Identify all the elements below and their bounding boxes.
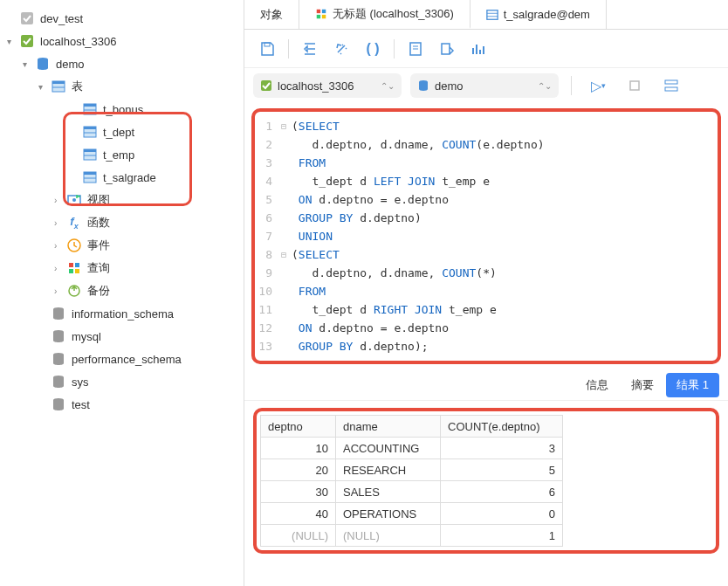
result-tab-summary[interactable]: 摘要 (621, 373, 664, 397)
tree-item-label: t_bonus (103, 103, 143, 116)
svg-rect-31 (317, 9, 320, 12)
table-row[interactable]: 20RESEARCH5 (261, 459, 563, 481)
code-text: UNION (290, 227, 333, 245)
explain-button[interactable] (402, 35, 429, 63)
code-line[interactable]: 2 d.deptno, d.dname, COUNT(e.deptno) (255, 135, 714, 154)
format-button[interactable] (296, 35, 324, 63)
tree-item-t-dept[interactable]: t_dept (0, 121, 244, 143)
sql-editor-wrap: 1⊟(SELECT2 d.deptno, d.dname, COUNT(e.de… (244, 103, 728, 369)
cell-count[interactable]: 5 (441, 459, 563, 481)
db-gray-icon (51, 397, 66, 411)
svg-rect-35 (487, 10, 498, 19)
sql-editor[interactable]: 1⊟(SELECT2 d.deptno, d.dname, COUNT(e.de… (251, 108, 721, 364)
stop-button[interactable] (621, 72, 649, 100)
connection-combo[interactable]: localhost_3306 ⌃⌄ (253, 73, 402, 98)
code-line[interactable]: 5 ON d.deptno = e.deptno (255, 190, 714, 209)
result-tab-info[interactable]: 信息 (575, 373, 619, 397)
tree-item-localhost-3306[interactable]: ▾localhost_3306 (0, 30, 244, 52)
tree-item-test[interactable]: test (0, 393, 244, 416)
cell-dname[interactable]: SALES (336, 481, 441, 503)
code-button[interactable]: ( ) (359, 35, 387, 63)
svg-rect-7 (84, 104, 96, 107)
tree-item---[interactable]: ›视图 (0, 189, 244, 211)
tree-item-mysql[interactable]: mysql (0, 325, 244, 348)
table-row[interactable]: 30SALES6 (261, 481, 563, 503)
code-line[interactable]: 4 t_dept d LEFT JOIN t_emp e (255, 172, 714, 190)
fold-icon[interactable]: ⊟ (278, 117, 290, 135)
tree-item-dev-test[interactable]: dev_test (0, 7, 244, 30)
result-tab-result1[interactable]: 结果 1 (666, 373, 719, 397)
beautify-button[interactable] (327, 35, 355, 63)
tree-item-t-salgrade[interactable]: t_salgrade (0, 166, 244, 189)
chart-button[interactable] (464, 35, 492, 63)
tree-item-t-emp[interactable]: t_emp (0, 143, 244, 166)
save-button[interactable] (253, 35, 281, 63)
tree-item-information-schema[interactable]: information_schema (0, 302, 244, 325)
tab-query-untitled[interactable]: 无标题 (localhost_3306) (299, 0, 470, 29)
svg-rect-21 (69, 263, 73, 267)
code-line[interactable]: 6 GROUP BY d.deptno) (255, 209, 714, 227)
fx-icon: fx (66, 216, 82, 230)
disclosure-icon: › (54, 264, 66, 273)
code-text: ON d.deptno = e.deptno (290, 319, 449, 337)
tree-item-demo[interactable]: ▾demo (0, 52, 244, 75)
tree-item-sys[interactable]: sys (0, 370, 244, 393)
cell-dname[interactable]: RESEARCH (336, 459, 441, 481)
svg-point-19 (72, 198, 76, 202)
db-icon (35, 57, 51, 71)
tree-item---[interactable]: ›fx函数 (0, 211, 244, 234)
fold-icon[interactable]: ⊟ (278, 245, 290, 264)
tab-table-salgrade[interactable]: t_salgrade@dem (470, 0, 607, 29)
fold-icon (278, 319, 290, 337)
code-line[interactable]: 8⊟(SELECT (255, 245, 714, 264)
col-header[interactable]: deptno (261, 416, 336, 438)
cell-deptno[interactable]: 40 (261, 503, 336, 525)
tree-item-t-bonus[interactable]: t_bonus (0, 98, 244, 121)
tree-item---[interactable]: ›查询 (0, 257, 244, 279)
cell-dname[interactable]: (NULL) (336, 525, 441, 547)
code-line[interactable]: 7 UNION (255, 227, 714, 245)
code-line[interactable]: 1⊟(SELECT (255, 117, 714, 135)
code-line[interactable]: 10 FROM (255, 282, 714, 300)
line-number: 7 (255, 227, 278, 245)
cell-dname[interactable]: ACCOUNTING (336, 438, 441, 459)
cell-count[interactable]: 1 (441, 525, 563, 547)
explain-plan-button[interactable] (657, 72, 685, 100)
table-row[interactable]: 10ACCOUNTING3 (261, 438, 563, 459)
cell-deptno[interactable]: 20 (261, 459, 336, 481)
tree-item---[interactable]: ›备份 (0, 279, 244, 302)
cell-deptno[interactable]: 10 (261, 438, 336, 459)
code-text: FROM (290, 282, 326, 300)
code-line[interactable]: 11 t_dept d RIGHT JOIN t_emp e (255, 300, 714, 319)
chevron-icon: ⌃⌄ (538, 81, 552, 91)
cell-deptno[interactable]: 30 (261, 481, 336, 503)
table-icon (486, 9, 498, 21)
export-button[interactable] (433, 35, 461, 63)
svg-rect-32 (322, 9, 326, 12)
run-button[interactable]: ▷▾ (584, 72, 612, 100)
table-row[interactable]: 40OPERATIONS0 (261, 503, 563, 525)
code-line[interactable]: 13 GROUP BY d.deptno); (255, 337, 714, 355)
tree-item-label: 查询 (87, 260, 110, 276)
col-header[interactable]: COUNT(e.deptno) (441, 416, 563, 438)
cell-dname[interactable]: OPERATIONS (336, 503, 441, 525)
col-header[interactable]: dname (336, 416, 441, 438)
cell-count[interactable]: 0 (441, 503, 563, 525)
tree-item---[interactable]: ›事件 (0, 234, 244, 257)
cell-count[interactable]: 6 (441, 481, 563, 503)
tree-item--[interactable]: ▾表 (0, 75, 244, 98)
code-line[interactable]: 9 d.deptno, d.dname, COUNT(*) (255, 264, 714, 282)
tab-label: 对象 (260, 7, 283, 23)
result-grid[interactable]: deptno dname COUNT(e.deptno) 10ACCOUNTIN… (260, 415, 563, 547)
cell-deptno[interactable]: (NULL) (261, 525, 336, 547)
db-gray-icon (51, 307, 66, 321)
code-line[interactable]: 12 ON d.deptno = e.deptno (255, 319, 714, 337)
tree-item-performance-schema[interactable]: performance_schema (0, 348, 244, 370)
table-icon (82, 170, 98, 184)
code-line[interactable]: 3 FROM (255, 154, 714, 172)
table-row[interactable]: (NULL)(NULL)1 (261, 525, 563, 547)
database-combo[interactable]: demo ⌃⌄ (410, 73, 559, 98)
cell-count[interactable]: 3 (441, 438, 563, 459)
result-tabs: 信息 摘要 结果 1 (244, 369, 728, 401)
tab-objects[interactable]: 对象 (244, 0, 299, 29)
